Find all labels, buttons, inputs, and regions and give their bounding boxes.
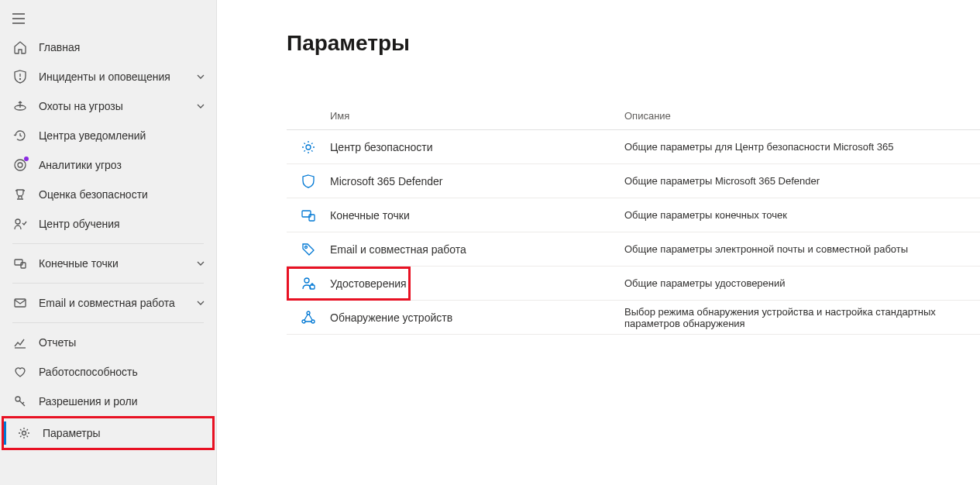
sidebar-item-label: Работоспособность — [39, 366, 207, 378]
sidebar: Главная Инциденты и оповещения Охоты на … — [0, 0, 217, 485]
sidebar-item-settings[interactable]: Параметры — [4, 418, 212, 448]
row-desc: Общие параметры конечных точек — [624, 209, 980, 221]
svg-point-22 — [311, 320, 315, 323]
column-header-desc: Описание — [624, 110, 980, 122]
svg-point-20 — [307, 311, 310, 315]
column-header-name: Имя — [330, 110, 624, 122]
row-name: Удостоверения — [330, 277, 624, 290]
sidebar-item-label: Разрешения и роли — [39, 395, 207, 408]
sidebar-item-learning-hub[interactable]: Центр обучения — [0, 209, 216, 239]
svg-point-21 — [302, 320, 305, 323]
chevron-down-icon — [196, 101, 207, 112]
home-icon — [12, 40, 28, 55]
sidebar-item-label: Конечные точки — [39, 257, 196, 270]
target-icon — [12, 98, 28, 114]
sidebar-item-label: Центр обучения — [39, 218, 207, 230]
svg-point-18 — [304, 278, 309, 283]
row-desc: Общие параметры Microsoft 365 Defender — [624, 175, 980, 187]
table-row[interactable]: Обнаружение устройств Выбор режима обнар… — [287, 301, 980, 335]
heart-icon — [12, 364, 28, 380]
clock-back-icon — [12, 128, 28, 143]
shield-alert-icon — [12, 69, 28, 84]
identity-icon — [287, 276, 330, 291]
row-desc: Общие параметры для Центр безопасности M… — [624, 141, 980, 153]
svg-point-7 — [18, 163, 22, 167]
sidebar-item-secure-score[interactable]: Оценка безопасности — [0, 180, 216, 209]
sidebar-item-incidents[interactable]: Инциденты и оповещения — [0, 62, 216, 91]
sidebar-item-label: Центра уведомлений — [39, 129, 207, 142]
sidebar-item-hunting[interactable]: Охоты на угрозы — [0, 91, 216, 121]
tag-icon — [287, 242, 330, 257]
device-discovery-icon — [287, 310, 330, 325]
sidebar-item-label: Отчеты — [39, 336, 207, 349]
row-name: Email и совместная работа — [330, 243, 624, 256]
chevron-down-icon — [196, 258, 207, 269]
sidebar-item-threat-analytics[interactable]: Аналитики угроз — [0, 150, 216, 180]
row-name: Конечные точки — [330, 209, 624, 222]
divider — [12, 322, 204, 323]
sidebar-item-label: Охоты на угрозы — [39, 100, 196, 112]
sidebar-item-home[interactable]: Главная — [0, 33, 216, 62]
row-name: Центр безопасности — [330, 141, 624, 153]
sidebar-item-label: Главная — [39, 41, 207, 53]
sidebar-item-label: Email и совместная работа — [39, 297, 196, 309]
table-row[interactable]: Конечные точки Общие параметры конечных … — [287, 198, 980, 232]
svg-point-13 — [22, 432, 26, 435]
gear-icon — [287, 139, 330, 155]
sidebar-item-health[interactable]: Работоспособность — [0, 357, 216, 387]
svg-rect-16 — [309, 215, 315, 221]
table-row[interactable]: Email и совместная работа Общие параметр… — [287, 232, 980, 267]
highlight-box: Параметры — [2, 416, 215, 450]
key-icon — [12, 394, 28, 409]
table-row[interactable]: Удостоверения Общие параметры удостовере… — [287, 267, 980, 301]
trophy-icon — [12, 187, 28, 202]
sidebar-item-reports[interactable]: Отчеты — [0, 328, 216, 357]
mail-icon — [12, 295, 28, 311]
chevron-down-icon — [196, 71, 207, 82]
svg-point-14 — [306, 145, 311, 150]
sidebar-item-endpoints[interactable]: Конечные точки — [0, 249, 216, 278]
svg-point-4 — [20, 79, 21, 80]
endpoints-icon — [287, 208, 330, 223]
divider — [12, 283, 204, 284]
shield-icon — [287, 174, 330, 189]
sidebar-item-label: Инциденты и оповещения — [39, 71, 196, 83]
sidebar-item-label: Оценка безопасности — [39, 188, 207, 201]
sidebar-item-action-center[interactable]: Центра уведомлений — [0, 121, 216, 150]
row-name: Microsoft 365 Defender — [330, 175, 624, 187]
svg-rect-11 — [15, 299, 26, 307]
hamburger-button[interactable] — [0, 5, 216, 33]
learning-icon — [12, 216, 28, 232]
gear-icon — [16, 425, 32, 441]
settings-table: Имя Описание Центр безопасности Общие па… — [287, 110, 980, 335]
divider — [12, 243, 204, 244]
table-row[interactable]: Центр безопасности Общие параметры для Ц… — [287, 130, 980, 164]
sidebar-item-email[interactable]: Email и совместная работа — [0, 288, 216, 318]
row-desc: Общие параметры удостоверений — [624, 277, 980, 289]
sidebar-item-permissions[interactable]: Разрешения и роли — [0, 387, 216, 416]
row-name: Обнаружение устройств — [330, 311, 624, 324]
svg-point-6 — [15, 160, 26, 170]
chevron-down-icon — [196, 298, 207, 308]
reports-icon — [12, 335, 28, 350]
svg-point-8 — [15, 219, 20, 224]
analytics-icon — [12, 157, 28, 173]
main-content: Параметры Имя Описание Центр безопасност… — [217, 0, 980, 485]
table-header: Имя Описание — [287, 110, 980, 130]
sidebar-item-label: Параметры — [43, 427, 203, 439]
row-desc: Общие параметры электронной почты и совм… — [624, 243, 980, 255]
sidebar-item-label: Аналитики угроз — [39, 159, 207, 171]
table-row[interactable]: Microsoft 365 Defender Общие параметры M… — [287, 164, 980, 198]
endpoints-icon — [12, 256, 28, 271]
page-title: Параметры — [287, 31, 980, 56]
row-desc: Выбор режима обнаружения устройства и на… — [624, 306, 980, 329]
svg-point-17 — [305, 246, 308, 248]
